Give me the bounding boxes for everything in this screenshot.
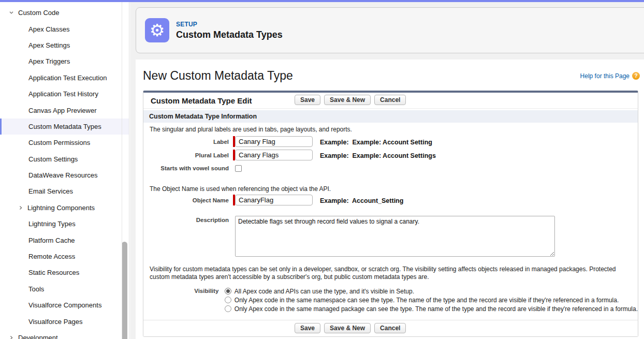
sidebar-item-email-services[interactable]: Email Services	[0, 183, 129, 199]
footer-button-group: Save Save & New Cancel	[295, 323, 406, 333]
sidebar-item-custom-permissions[interactable]: Custom Permissions	[0, 135, 129, 151]
sidebar-item-apex-triggers[interactable]: Apex Triggers	[0, 53, 129, 69]
sidebar-item-tools[interactable]: Tools	[0, 281, 129, 297]
sidebar-item-lightning-components[interactable]: Lightning Components	[0, 200, 129, 216]
sidebar-item-application-test-execution[interactable]: Application Test Execution	[0, 70, 129, 86]
sidebar-item-label: Lightning Types	[28, 220, 76, 228]
visibility-radio[interactable]	[225, 297, 231, 303]
visibility-note-text: Visibility for custom metadata types can…	[150, 266, 630, 281]
sidebar-item-remote-access[interactable]: Remote Access	[0, 248, 129, 264]
object-name-field-row: Object Name Example: Account_Setting	[143, 195, 638, 205]
save-button-bottom[interactable]: Save	[295, 323, 320, 333]
object-name-example-text: Example: Account_Setting	[320, 195, 403, 204]
plural-label-input[interactable]	[235, 150, 313, 160]
sidebar-item-custom-settings[interactable]: Custom Settings	[0, 151, 129, 167]
sidebar-item-development[interactable]: Development	[0, 330, 129, 339]
setup-gear-tile: ⚙︎	[145, 18, 169, 42]
sidebar-item-label: Canvas App Previewer	[28, 107, 97, 114]
sidebar-item-visualforce-pages[interactable]: Visualforce Pages	[0, 313, 129, 329]
metadata-type-edit-card: Custom Metadata Type Edit Save Save & Ne…	[143, 91, 638, 337]
help-for-this-page-link[interactable]: Help for this Page ?	[580, 72, 640, 80]
sidebar-item-label: Visualforce Pages	[28, 318, 83, 326]
setup-header-card: ⚙︎ SETUP Custom Metadata Types	[136, 7, 644, 53]
visibility-field-label: Visibility	[143, 287, 218, 294]
sidebar-item-visualforce-components[interactable]: Visualforce Components	[0, 297, 129, 313]
visibility-option-row: Only Apex code in the same namespace can…	[225, 296, 638, 304]
sidebar-item-static-resources[interactable]: Static Resources	[0, 264, 129, 281]
sidebar-item-label: Email Services	[28, 187, 73, 195]
label-field-label: Label	[143, 136, 229, 145]
label-example-text: Example: Example: Account Setting	[320, 136, 432, 146]
sidebar-item-apex-classes[interactable]: Apex Classes	[0, 21, 129, 37]
sidebar-item-label: Custom Settings	[28, 155, 78, 163]
sidebar-item-label: Remote Access	[28, 253, 75, 260]
sidebar-item-label: Development	[18, 334, 58, 339]
save-button[interactable]: Save	[295, 95, 320, 105]
labels-intro-text: The singular and plural labels are used …	[150, 126, 630, 134]
sidebar-item-label: DataWeave Resources	[28, 171, 97, 179]
sidebar-item-label: Apex Triggers	[28, 57, 70, 65]
help-link-label: Help for this Page	[580, 72, 630, 80]
edit-card-footer: Save Save & New Cancel	[143, 320, 638, 336]
vowel-sound-label: Starts with vowel sound	[143, 163, 229, 171]
object-name-field-label: Object Name	[143, 195, 229, 203]
sidebar-item-custom-code[interactable]: Custom Code	[0, 5, 129, 21]
setup-sidebar: Custom CodeApex ClassesApex SettingsApex…	[0, 2, 129, 339]
sidebar-item-label: Platform Cache	[28, 237, 75, 244]
setup-eyebrow: SETUP	[176, 21, 283, 28]
sidebar-item-label: Apex Classes	[28, 25, 69, 33]
edit-card-header: Custom Metadata Type Edit Save Save & Ne…	[143, 93, 638, 109]
sidebar-item-label: Application Test History	[28, 90, 98, 98]
chevron-right-icon	[9, 335, 14, 339]
sidebar-scrollbar-thumb[interactable]	[122, 242, 127, 339]
visibility-option-label: Only Apex code in the same namespace can…	[235, 297, 619, 304]
plural-label-example-text: Example: Example: Account Settings	[320, 150, 436, 159]
sidebar-list: Custom CodeApex ClassesApex SettingsApex…	[0, 2, 129, 339]
sidebar-item-label: Static Resources	[28, 269, 79, 276]
sidebar-item-lightning-types[interactable]: Lightning Types	[0, 216, 129, 232]
header-button-group: Save Save & New Cancel	[295, 95, 406, 105]
brand-top-bar	[0, 0, 644, 2]
visibility-option-label: All Apex code and APIs can use the type,…	[235, 288, 414, 295]
visibility-options: All Apex code and APIs can use the type,…	[225, 287, 638, 313]
vowel-sound-checkbox[interactable]	[235, 165, 242, 172]
cancel-button[interactable]: Cancel	[374, 95, 406, 105]
object-name-intro-text: The Object Name is used when referencing…	[150, 185, 630, 193]
sidebar-item-label: Custom Code	[18, 9, 59, 17]
save-and-new-button-bottom[interactable]: Save & New	[324, 323, 371, 333]
object-name-input[interactable]	[235, 195, 313, 205]
visibility-option-label: Only Apex code in the same managed packa…	[235, 305, 638, 313]
visibility-option-row: Only Apex code in the same managed packa…	[225, 304, 638, 313]
visibility-radio[interactable]	[225, 305, 231, 312]
section-header: Custom Metadata Type Information	[143, 110, 638, 123]
sidebar-item-label: Custom Permissions	[28, 139, 90, 146]
visibility-option-row: All Apex code and APIs can use the type,…	[225, 287, 638, 296]
plural-label-field-label: Plural Label	[143, 150, 229, 158]
page-title: New Custom Metadata Type	[143, 69, 293, 83]
sidebar-item-apex-settings[interactable]: Apex Settings	[0, 37, 129, 53]
sidebar-item-canvas-app-previewer[interactable]: Canvas App Previewer	[0, 102, 129, 118]
plural-label-field-row: Plural Label Example: Example: Account S…	[143, 150, 638, 160]
sidebar-item-label: Apex Settings	[28, 41, 70, 49]
sidebar-item-label: Visualforce Components	[28, 301, 101, 309]
label-input[interactable]	[235, 136, 313, 147]
main-content-area: ⚙︎ SETUP Custom Metadata Types New Custo…	[130, 2, 644, 339]
setup-page-title: Custom Metadata Types	[176, 30, 283, 40]
description-field-row: Description Detectable flags set through…	[143, 216, 638, 257]
cancel-button-bottom[interactable]: Cancel	[374, 323, 406, 333]
description-textarea[interactable]: Detectable flags set through record fiel…	[235, 216, 555, 257]
visibility-radio[interactable]	[225, 288, 231, 294]
sidebar-item-dataweave-resources[interactable]: DataWeave Resources	[0, 167, 129, 183]
help-question-icon: ?	[632, 72, 640, 80]
save-and-new-button[interactable]: Save & New	[324, 95, 371, 105]
classic-panel: New Custom Metadata Type Help for this P…	[136, 60, 644, 339]
sidebar-item-custom-metadata-types[interactable]: Custom Metadata Types	[0, 119, 129, 135]
vowel-sound-row: Starts with vowel sound	[143, 163, 638, 174]
sidebar-item-application-test-history[interactable]: Application Test History	[0, 86, 129, 102]
sidebar-item-platform-cache[interactable]: Platform Cache	[0, 232, 129, 248]
chevron-down-icon	[9, 10, 14, 16]
description-field-label: Description	[143, 216, 229, 223]
sidebar-item-label: Lightning Components	[27, 204, 95, 212]
label-field-row: Label Example: Example: Account Setting	[143, 136, 638, 147]
gear-icon: ⚙︎	[150, 22, 165, 39]
